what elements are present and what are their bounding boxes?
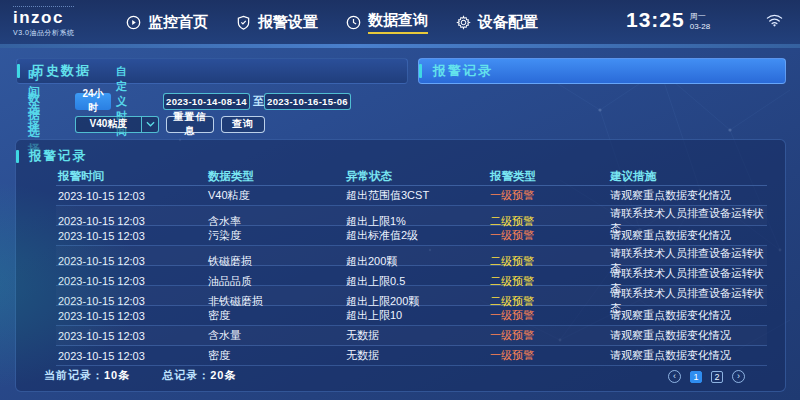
col-advice: 建议措施: [610, 169, 767, 184]
data-type-cell: 密度: [208, 348, 346, 363]
alarm-time-cell: 2023-10-15 12:03: [58, 330, 208, 342]
pagination: ‹ 1 2 ›: [668, 370, 745, 383]
data-type-value: V40粘度: [76, 117, 141, 131]
nav-label: 报警设置: [258, 13, 318, 32]
abnormal-status-cell: 超出上限1%: [346, 214, 490, 229]
shield-icon: [236, 15, 251, 30]
data-type-cell: 含水量: [208, 328, 346, 343]
tab-alarm-records[interactable]: 报警记录: [418, 58, 786, 84]
abnormal-status-cell: 无数据: [346, 348, 490, 363]
col-alarm-time: 报警时间: [58, 169, 208, 184]
nav-label: 设备配置: [478, 13, 538, 32]
nav-item-monitor-home[interactable]: 监控首页: [126, 0, 208, 44]
app-window: inzoc V3.0油品分析系统 监控首页 报警设置 数据查询: [0, 0, 800, 400]
clock-weekday: 周一: [690, 12, 710, 22]
play-circle-icon: [126, 15, 141, 30]
table-row: 2023-10-15 12:03 密度 无数据 一级预警 请观察重点数据变化情况: [56, 346, 767, 366]
page-1-button[interactable]: 1: [690, 371, 702, 383]
table-header-row: 报警时间 数据类型 异常状态 报警类型 建议措施: [56, 168, 767, 186]
alarm-level-cell: 一级预警: [490, 228, 610, 243]
data-type-cell: 密度: [208, 308, 346, 323]
alarm-time-cell: 2023-10-15 12:03: [58, 190, 208, 202]
current-records-value: 10条: [104, 369, 130, 381]
range-24h-button[interactable]: 24小时: [75, 93, 111, 110]
data-type-cell: 非铁磁磨损: [208, 294, 346, 309]
accent-bar: [419, 64, 422, 78]
app-logo: inzoc V3.0油品分析系统: [13, 6, 74, 38]
advice-cell: 请观察重点数据变化情况: [610, 328, 767, 343]
abnormal-status-cell: 超出上限200颗: [346, 294, 490, 309]
next-page-button[interactable]: ›: [732, 370, 745, 383]
data-type-cell: 含水率: [208, 214, 346, 229]
end-time-input[interactable]: 2023-10-16-15-06: [264, 93, 351, 110]
nav-label: 数据查询: [368, 11, 428, 34]
col-abnormal-status: 异常状态: [346, 169, 490, 184]
nav-item-data-query[interactable]: 数据查询: [346, 0, 428, 44]
table-row: 2023-10-15 12:03 含水量 无数据 一级预警 请观察重点数据变化情…: [56, 326, 767, 346]
abnormal-status-cell: 超出范围值3CST: [346, 188, 490, 203]
start-time-input[interactable]: 2023-10-14-08-14: [163, 93, 250, 110]
alarm-level-cell: 一级预警: [490, 188, 610, 203]
abnormal-status-cell: 超出上限0.5: [346, 274, 490, 289]
total-records-label: 总记录：: [162, 369, 210, 381]
reset-button[interactable]: 重置信息: [166, 116, 214, 133]
current-records-label: 当前记录：: [44, 369, 104, 381]
page-2-button[interactable]: 2: [711, 371, 723, 383]
data-type-select[interactable]: V40粘度: [75, 116, 159, 133]
col-alarm-level: 报警类型: [490, 169, 610, 184]
chevron-down-icon: [141, 117, 158, 132]
data-type-cell: 油品品质: [208, 274, 346, 289]
abnormal-status-cell: 超出标准值2级: [346, 228, 490, 243]
accent-bar: [17, 64, 20, 78]
logo-title: inzoc: [13, 6, 74, 27]
header-divider: [0, 44, 800, 48]
col-data-type: 数据类型: [208, 169, 346, 184]
nav-item-device-config[interactable]: 设备配置: [456, 0, 538, 44]
panel-title-text: 报警记录: [29, 148, 87, 165]
data-type-cell: V40粘度: [208, 188, 346, 203]
alarm-level-cell: 二级预警: [490, 214, 610, 229]
table-row: 2023-10-15 12:03 污染度 超出标准值2级 一级预警 请观察重点数…: [56, 226, 767, 246]
top-bar: inzoc V3.0油品分析系统 监控首页 报警设置 数据查询: [0, 0, 800, 44]
panel-title: 报警记录: [16, 148, 87, 165]
data-type-cell: 铁磁磨损: [208, 254, 346, 269]
abnormal-status-cell: 超出200颗: [346, 254, 490, 269]
abnormal-status-cell: 无数据: [346, 328, 490, 343]
accent-bar: [16, 150, 19, 163]
table-footer: 当前记录：10条 总记录：20条 ‹ 1 2 ›: [44, 367, 767, 383]
clock-date: 周一 03-28: [690, 12, 710, 32]
main-nav: 监控首页 报警设置 数据查询 设备配置: [126, 0, 538, 44]
logo-subtitle: V3.0油品分析系统: [13, 28, 74, 38]
advice-cell: 请观察重点数据变化情况: [610, 348, 767, 363]
query-button[interactable]: 查询: [221, 116, 265, 133]
current-records: 当前记录：10条: [44, 368, 130, 383]
table-row: 2023-10-15 12:03 V40粘度 超出范围值3CST 一级预警 请观…: [56, 186, 767, 206]
table-row: 2023-10-15 12:03 密度 超出上限10 一级预警 请观察重点数据变…: [56, 306, 767, 326]
to-label: 至: [253, 94, 264, 109]
nav-item-alarm-settings[interactable]: 报警设置: [236, 0, 318, 44]
alarm-time-cell: 2023-10-15 12:03: [58, 215, 208, 227]
alarm-level-cell: 一级预警: [490, 348, 610, 363]
table-row: 2023-10-15 12:03 铁磁磨损 超出200颗 二级预警 请联系技术人…: [56, 246, 767, 266]
alarm-table: 报警时间 数据类型 异常状态 报警类型 建议措施 2023-10-15 12:0…: [56, 168, 767, 366]
wifi-icon: [766, 13, 783, 31]
nav-label: 监控首页: [148, 13, 208, 32]
advice-cell: 请观察重点数据变化情况: [610, 228, 767, 243]
alarm-time-cell: 2023-10-15 12:03: [58, 310, 208, 322]
abnormal-status-cell: 超出上限10: [346, 308, 490, 323]
alarm-time-cell: 2023-10-15 12:03: [58, 275, 208, 287]
advice-cell: 请观察重点数据变化情况: [610, 188, 767, 203]
alarm-level-cell: 一级预警: [490, 308, 610, 323]
alarm-time-cell: 2023-10-15 12:03: [58, 295, 208, 307]
alarm-time-cell: 2023-10-15 12:03: [58, 255, 208, 267]
alarm-time-cell: 2023-10-15 12:03: [58, 230, 208, 242]
alarm-records-panel: 报警记录 报警时间 数据类型 异常状态 报警类型 建议措施 2023-10-15…: [15, 139, 786, 392]
table-row: 2023-10-15 12:03 含水率 超出上限1% 二级预警 请联系技术人员…: [56, 206, 767, 226]
table-row: 2023-10-15 12:03 非铁磁磨损 超出上限200颗 二级预警 请联系…: [56, 286, 767, 306]
tab-history-data[interactable]: 历史数据: [16, 58, 408, 84]
prev-page-button[interactable]: ‹: [668, 370, 681, 383]
clock-day: 03-28: [690, 22, 710, 32]
data-type-cell: 污染度: [208, 228, 346, 243]
alarm-level-cell: 二级预警: [490, 294, 610, 309]
clock-display: 13:25 周一 03-28: [626, 8, 710, 32]
